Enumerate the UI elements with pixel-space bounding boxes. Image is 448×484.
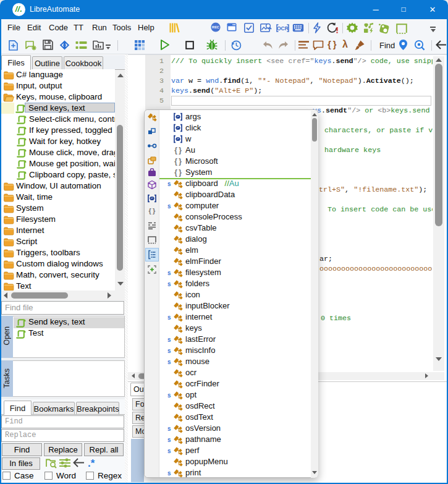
svg-text:REC: REC (212, 25, 219, 29)
svg-text:OCR: OCR (277, 25, 289, 32)
